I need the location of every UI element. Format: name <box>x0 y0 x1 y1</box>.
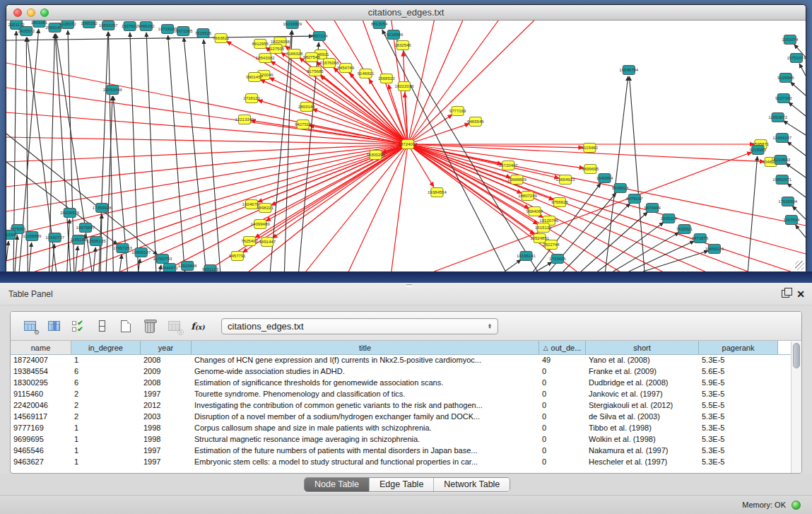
table-cell-name[interactable]: 9699695 <box>11 434 71 445</box>
citation-edge-black[interactable] <box>505 259 521 271</box>
graph-node[interactable]: 8186328 <box>286 49 303 59</box>
graph-node[interactable]: 1151074 <box>782 35 799 45</box>
citation-edge-red[interactable] <box>273 144 408 238</box>
column-header-name[interactable]: name <box>11 341 71 354</box>
citation-edge-red[interactable] <box>392 144 408 271</box>
table-cell-pagerank[interactable]: 5.3E-5 <box>699 434 778 445</box>
table-cell-title[interactable]: Genome-wide association studies in ADHD. <box>192 366 539 378</box>
citation-edge-black[interactable] <box>184 37 206 271</box>
graph-node[interactable]: 1615132 <box>535 223 552 233</box>
citation-edge-black[interactable] <box>791 82 806 95</box>
citation-edge-black[interactable] <box>99 32 108 271</box>
graph-node[interactable]: 21676068 <box>320 59 340 68</box>
graph-node[interactable]: 19892971 <box>772 175 792 185</box>
new-table-button[interactable] <box>115 316 136 336</box>
citation-edge-red[interactable] <box>408 144 748 271</box>
graph-node[interactable]: 10975887 <box>76 223 96 233</box>
table-cell-in_degree[interactable]: 6 <box>71 366 141 378</box>
table-cell-pagerank[interactable]: 5.3E-5 <box>699 389 778 400</box>
network-window-titlebar[interactable]: citations_edges.txt <box>6 5 806 21</box>
column-header-short[interactable]: short <box>586 341 699 354</box>
citation-edge-red[interactable] <box>403 52 408 144</box>
table-cell-year[interactable]: 2009 <box>141 366 192 378</box>
graph-node[interactable]: 12213349 <box>235 115 255 124</box>
table-cell-short[interactable]: Yano et al. (2008) <box>586 355 699 366</box>
graph-node[interactable]: 1640994 <box>596 174 613 183</box>
table-cell-out_degree[interactable]: 0 <box>539 445 586 457</box>
citation-edge-red[interactable] <box>6 144 408 261</box>
citation-edge-black[interactable] <box>119 255 122 271</box>
tab-edge-table[interactable]: Edge Table <box>370 478 434 491</box>
table-cell-short[interactable]: Hescheler et al. (1997) <box>586 457 699 468</box>
graph-node[interactable]: 14099489 <box>251 220 271 229</box>
graph-node[interactable]: 16033809 <box>283 21 302 29</box>
table-cell-pagerank[interactable]: 5.3E-5 <box>699 423 778 434</box>
table-cell-year[interactable]: 2003 <box>141 411 192 423</box>
citation-edge-black[interactable] <box>146 33 156 271</box>
citation-edge-black[interactable] <box>6 241 8 261</box>
float-panel-icon[interactable] <box>782 290 789 298</box>
table-row[interactable]: 977716911998Corpus callosum shape and si… <box>11 423 801 434</box>
graph-node[interactable]: 9427512 <box>295 120 312 129</box>
tab-network-table[interactable]: Network Table <box>434 478 510 491</box>
graph-node[interactable]: 17016504 <box>778 197 798 206</box>
table-row[interactable]: 969969511998Structural magnetic resonanc… <box>11 434 801 445</box>
show-columns-button[interactable] <box>43 316 64 336</box>
citation-network-graph[interactable]: 1872400776638228912955182260589127505818… <box>6 21 806 271</box>
graph-node[interactable]: 12444197 <box>772 134 792 143</box>
graph-node[interactable]: 7632621 <box>676 225 693 234</box>
table-cell-year[interactable]: 1998 <box>141 434 192 445</box>
table-cell-year[interactable]: 1997 <box>141 445 192 457</box>
graph-node[interactable]: 9901457 <box>246 73 263 82</box>
graph-node[interactable]: 8912955 <box>252 40 269 49</box>
table-cell-pagerank[interactable]: 5.9E-5 <box>699 378 778 389</box>
graph-node[interactable]: 2935114 <box>661 214 678 223</box>
table-cell-name[interactable]: 18300295 <box>11 378 71 389</box>
table-row[interactable]: 2242004622012Investigating the contribut… <box>11 400 801 411</box>
table-cell-pagerank[interactable]: 5.3E-5 <box>699 355 778 366</box>
table-cell-out_degree[interactable]: 49 <box>539 355 586 366</box>
table-cell-title[interactable]: Investigating the contribution of common… <box>192 400 539 411</box>
table-cell-title[interactable]: Embryonic stem cells: a model to study s… <box>192 457 539 468</box>
table-cell-name[interactable]: 18724007 <box>11 355 71 366</box>
citation-edge-black[interactable] <box>787 141 806 156</box>
graph-node[interactable]: 19218586 <box>384 30 404 40</box>
graph-node[interactable]: 18222039 <box>395 82 415 91</box>
network-canvas[interactable]: 1872400776638228912955182260589127505818… <box>6 21 806 271</box>
create-column-button[interactable] <box>91 316 112 336</box>
citation-edge-red[interactable] <box>6 137 408 144</box>
graph-node[interactable]: 9127505 <box>268 45 285 54</box>
table-cell-short[interactable]: Dudbridge et al. (2008) <box>586 378 699 389</box>
graph-node[interactable]: 9466162 <box>138 22 155 31</box>
citation-edge-black[interactable] <box>783 121 806 135</box>
citation-edge-red[interactable] <box>6 112 408 144</box>
delete-column-button[interactable] <box>139 316 160 336</box>
table-cell-pagerank[interactable]: 5.3E-5 <box>699 457 778 468</box>
graph-node[interactable]: 20206576 <box>60 209 80 218</box>
window-resize-grip[interactable] <box>795 261 804 270</box>
graph-node[interactable]: 7515526 <box>195 29 212 38</box>
graph-node[interactable]: 9651123 <box>202 265 219 272</box>
table-selector-dropdown[interactable]: citations_edges.txt ▲▼ <box>221 318 498 334</box>
table-cell-year[interactable]: 2012 <box>141 400 192 411</box>
table-cell-title[interactable]: Corpus callosum shape and size in male p… <box>192 423 539 434</box>
tab-node-table[interactable]: Node Table <box>305 478 370 491</box>
table-cell-short[interactable]: Stergiakouli et al. (2012) <box>586 400 699 411</box>
graph-node[interactable]: 9684067 <box>526 207 543 216</box>
graph-node[interactable]: 10653257 <box>99 21 119 30</box>
citation-edge-black[interactable] <box>382 30 505 271</box>
table-cell-year[interactable]: 1997 <box>141 457 192 468</box>
table-cell-title[interactable]: Tourette syndrome. Phenomenology and cla… <box>192 389 539 400</box>
graph-node[interactable]: 1733426 <box>549 255 566 264</box>
graph-node[interactable]: 9474444 <box>644 204 661 213</box>
graph-node[interactable]: 8938923 <box>612 184 629 193</box>
table-cell-out_degree[interactable]: 0 <box>539 366 586 378</box>
graph-node[interactable]: 12093872 <box>768 113 788 122</box>
graph-node[interactable]: 9756928 <box>551 198 568 207</box>
graph-node[interactable]: 16543382 <box>256 54 276 63</box>
scrollbar-thumb[interactable] <box>793 343 800 368</box>
table-cell-title[interactable]: Estimation of significance thresholds fo… <box>192 378 539 389</box>
column-header-title[interactable]: title <box>192 341 539 354</box>
table-row[interactable]: 1938455462009Genome-wide association stu… <box>11 366 801 378</box>
graph-node[interactable]: 11156889 <box>23 232 42 241</box>
